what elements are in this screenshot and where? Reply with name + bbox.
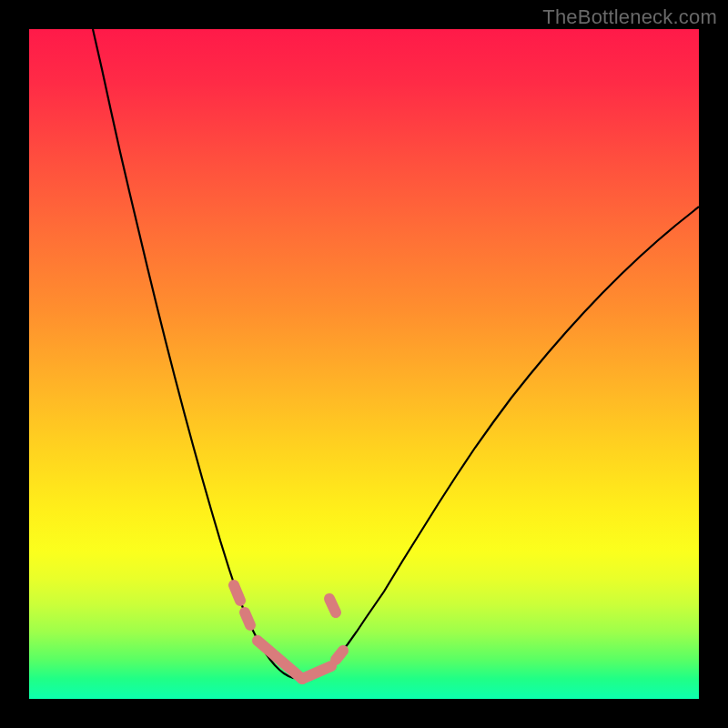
marker-segment <box>258 641 302 679</box>
marker-segment <box>329 599 336 612</box>
marker-segment <box>336 651 343 660</box>
curve-svg <box>29 29 699 699</box>
bottleneck-markers <box>234 585 343 679</box>
marker-segment <box>245 612 250 625</box>
marker-segment <box>234 585 240 601</box>
marker-segment <box>302 666 331 679</box>
plot-area <box>29 29 699 699</box>
bottleneck-curve <box>93 29 699 679</box>
chart-frame: TheBottleneck.com <box>0 0 728 728</box>
watermark-text: TheBottleneck.com <box>542 5 717 29</box>
